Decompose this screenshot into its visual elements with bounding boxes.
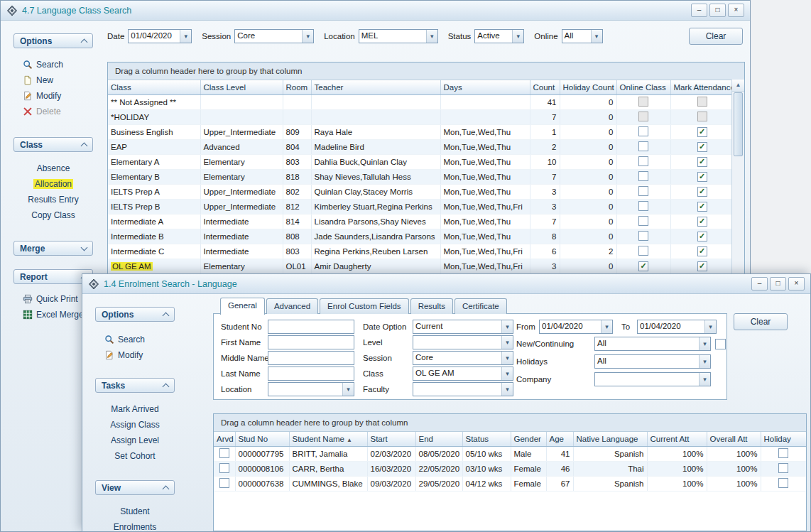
checkbox[interactable] xyxy=(638,201,648,211)
sidebar-section-view[interactable]: View xyxy=(95,480,175,495)
dropdown-arrow-icon[interactable]: ▾ xyxy=(512,30,523,43)
column-header-days[interactable]: Days xyxy=(440,80,530,95)
checkbox[interactable] xyxy=(638,246,648,256)
table-row[interactable]: ** Not Assigned **410 xyxy=(108,95,734,110)
sidebar-section-tasks[interactable]: Tasks xyxy=(95,378,175,393)
faculty-combo[interactable]: ▾ xyxy=(413,382,513,396)
dropdown-arrow-icon[interactable]: ▾ xyxy=(342,383,354,396)
session-filter-combo[interactable]: Core ▾ xyxy=(234,29,314,43)
column-header-teacher[interactable]: Teacher xyxy=(311,80,440,95)
column-header-current-att[interactable]: Current Att xyxy=(647,432,707,447)
checkbox-checked[interactable]: ✓ xyxy=(697,127,707,137)
company-combo[interactable]: ▾ xyxy=(594,372,711,386)
tab-advanced[interactable]: Advanced xyxy=(266,298,318,314)
dropdown-arrow-icon[interactable]: ▾ xyxy=(501,336,513,349)
clear-button[interactable]: Clear xyxy=(689,28,743,45)
checkbox[interactable] xyxy=(638,231,648,241)
tab-results[interactable]: Results xyxy=(410,298,453,314)
dropdown-arrow-icon[interactable]: ▾ xyxy=(501,320,513,333)
checkbox-checked[interactable]: ✓ xyxy=(697,187,707,197)
column-header-class[interactable]: Class xyxy=(108,80,200,95)
dropdown-arrow-icon[interactable]: ▾ xyxy=(426,30,437,43)
date-filter-combo[interactable]: 01/04/2020 ▾ xyxy=(128,29,192,43)
checkbox-checked[interactable]: ✓ xyxy=(697,142,707,152)
column-header-class-level[interactable]: Class Level xyxy=(200,80,283,95)
checkbox[interactable] xyxy=(638,126,648,136)
student-no-input[interactable] xyxy=(268,320,354,334)
sidebar-item-modify[interactable]: Modify xyxy=(13,89,93,103)
checkbox-checked[interactable]: ✓ xyxy=(697,172,707,182)
sidebar-item-new[interactable]: New xyxy=(13,73,93,87)
dropdown-arrow-icon[interactable]: ▾ xyxy=(601,320,612,333)
dropdown-arrow-icon[interactable]: ▾ xyxy=(699,355,710,368)
dropdown-arrow-icon[interactable]: ▾ xyxy=(302,30,313,43)
column-header-count[interactable]: Count xyxy=(530,80,560,95)
checkbox[interactable] xyxy=(778,478,788,488)
table-row[interactable]: Intermediate AIntermediate814Lisandra Pa… xyxy=(108,215,734,229)
column-header-mark-attendance[interactable]: Mark Attendance xyxy=(670,80,734,95)
checkbox[interactable] xyxy=(778,463,788,473)
tab-certificate[interactable]: Certificate xyxy=(455,298,507,314)
status-filter-combo[interactable]: Active ▾ xyxy=(474,29,524,43)
location-filter-combo[interactable]: MEL ▾ xyxy=(359,29,438,43)
online-filter-combo[interactable]: All ▾ xyxy=(562,29,603,43)
new-continuing-combo[interactable]: All▾ xyxy=(594,337,711,351)
holidays-combo[interactable]: All▾ xyxy=(594,354,711,369)
column-header-start[interactable]: Start xyxy=(367,432,415,447)
scrollbar-thumb[interactable] xyxy=(734,92,743,156)
dropdown-arrow-icon[interactable]: ▾ xyxy=(591,30,602,43)
sidebar-section-class[interactable]: Class xyxy=(13,137,93,152)
column-header-arvd[interactable]: Arvd xyxy=(214,432,235,447)
table-row[interactable]: Intermediate CIntermediate803Regina Perk… xyxy=(108,244,734,259)
sidebar-item-copy-class[interactable]: Copy Class xyxy=(13,208,93,222)
checkbox[interactable] xyxy=(638,156,648,166)
checkbox[interactable] xyxy=(638,216,648,226)
location-combo[interactable]: ▾ xyxy=(268,382,354,396)
table-row[interactable]: OL GE AMElementaryOL01Amir DaughertyMon,… xyxy=(108,259,734,274)
to-date-combo[interactable]: 01/04/2020▾ xyxy=(637,320,717,334)
checkbox[interactable] xyxy=(638,186,648,196)
titlebar[interactable]: 4.7 Language Class Search – □ × xyxy=(1,1,750,21)
sidebar-item-allocation[interactable]: Allocation xyxy=(13,177,93,191)
dropdown-arrow-icon[interactable]: ▾ xyxy=(501,352,513,364)
checkbox-checked[interactable]: ✓ xyxy=(697,232,707,241)
maximize-button[interactable]: □ xyxy=(709,4,726,17)
dropdown-arrow-icon[interactable]: ▾ xyxy=(180,30,191,43)
table-row[interactable]: Elementary AElementary803Dahlia Buck,Qui… xyxy=(108,155,734,170)
column-header-online-class[interactable]: Online Class xyxy=(616,80,670,95)
table-row[interactable]: 0000007795BRITT, Jamalia02/03/202008/05/… xyxy=(214,447,806,462)
table-row[interactable]: Intermediate BIntermediate808Jade Saunde… xyxy=(108,229,734,244)
minimize-button[interactable]: – xyxy=(751,277,768,291)
maximize-button[interactable]: □ xyxy=(770,277,786,291)
sidebar-section-options[interactable]: Options xyxy=(13,33,93,48)
checkbox[interactable] xyxy=(638,141,648,151)
checkbox-checked[interactable]: ✓ xyxy=(638,261,648,271)
sidebar-item-set-cohort[interactable]: Set Cohort xyxy=(95,449,175,463)
first-name-input[interactable] xyxy=(268,335,354,349)
checkbox[interactable] xyxy=(219,448,229,458)
dropdown-arrow-icon[interactable]: ▾ xyxy=(501,367,513,380)
checkbox-checked[interactable]: ✓ xyxy=(697,157,707,167)
checkbox[interactable] xyxy=(778,448,788,458)
checkbox[interactable] xyxy=(219,478,229,488)
sidebar-section-options[interactable]: Options xyxy=(95,307,175,322)
column-header-student-name[interactable]: Student Name▲ xyxy=(289,432,367,447)
column-header-room[interactable]: Room xyxy=(283,80,311,95)
column-header-holiday-count[interactable]: Holiday Count xyxy=(560,80,616,95)
sidebar-item-enrolments[interactable]: Enrolments xyxy=(95,520,175,532)
checkbox-checked[interactable]: ✓ xyxy=(697,246,707,256)
from-date-combo[interactable]: 01/04/2020▾ xyxy=(539,320,613,334)
group-by-hint[interactable]: Drag a column header here to group by th… xyxy=(108,63,744,80)
column-header-status[interactable]: Status xyxy=(462,432,511,447)
new-continuing-checkbox[interactable] xyxy=(715,339,726,349)
table-row[interactable]: IELTS Prep AUpper_Intermediate802Quinlan… xyxy=(108,185,734,200)
checkbox-checked[interactable]: ✓ xyxy=(697,261,707,271)
last-name-input[interactable] xyxy=(268,367,354,381)
checkbox[interactable] xyxy=(638,171,648,181)
table-row[interactable]: IELTS Prep BUpper_Intermediate812Kimberl… xyxy=(108,200,734,215)
column-header-end[interactable]: End xyxy=(415,432,462,447)
sidebar-item-student[interactable]: Student xyxy=(95,504,175,519)
clear-button[interactable]: Clear xyxy=(734,313,788,330)
checkbox[interactable] xyxy=(219,463,229,473)
session-combo[interactable]: Core▾ xyxy=(413,351,513,365)
